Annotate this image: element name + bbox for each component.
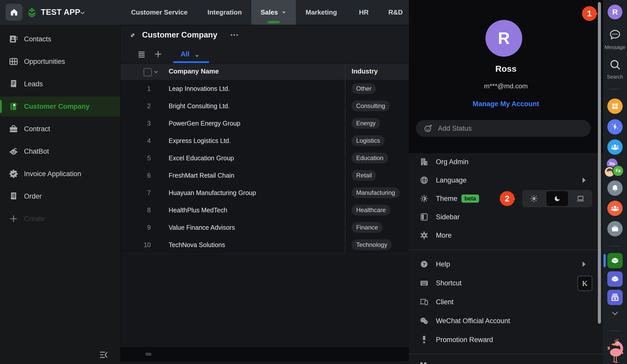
column-header-company-name[interactable]: Company Name bbox=[169, 67, 219, 75]
column-header-industry[interactable]: Industry bbox=[352, 67, 378, 75]
search-icon[interactable] bbox=[603, 58, 627, 71]
dock-app-green-brick[interactable] bbox=[603, 253, 627, 268]
flamingo-image[interactable] bbox=[603, 336, 627, 364]
company-name-cell[interactable]: Leap Innovations Ltd. bbox=[169, 80, 230, 97]
menu-item-help[interactable]: ? Help bbox=[409, 255, 603, 273]
row-number: 3 bbox=[136, 115, 151, 132]
dock-avatar-cluster[interactable]: Ro Fa bbox=[603, 158, 627, 178]
view-tab-all[interactable]: All bbox=[181, 50, 190, 58]
divider bbox=[409, 354, 603, 354]
industry-tag: Retail bbox=[352, 170, 376, 181]
tab-sales[interactable]: Sales bbox=[251, 0, 296, 25]
menu-item-shortcut[interactable]: Shortcut bbox=[409, 274, 603, 292]
sidebar-item-opportunities[interactable]: Opportunities bbox=[0, 52, 120, 71]
row-number: 8 bbox=[136, 201, 151, 219]
dock-app-automation[interactable] bbox=[603, 119, 627, 135]
tab-rd[interactable]: R&D bbox=[388, 0, 403, 25]
annotation-badge-2: 2 bbox=[500, 191, 515, 206]
submenu-arrow-icon bbox=[582, 177, 587, 183]
dock-avatar[interactable]: R bbox=[603, 5, 627, 19]
sidebar-item-label: Leads bbox=[24, 80, 43, 88]
avatar[interactable]: R bbox=[485, 20, 522, 57]
menu-item-promotion-reward[interactable]: Promotion Reward bbox=[409, 331, 603, 349]
company-name-cell[interactable]: Value Finance Advisors bbox=[169, 219, 235, 236]
dock-app-community[interactable] bbox=[603, 201, 627, 216]
badge-check-icon bbox=[9, 169, 18, 179]
menu-item-label: Client bbox=[436, 298, 454, 306]
keyboard-icon bbox=[420, 278, 429, 288]
company-name-cell[interactable]: TechNova Solutions bbox=[169, 236, 225, 253]
dock-app-purple-brick[interactable] bbox=[603, 271, 627, 287]
dock-app-workspace[interactable] bbox=[603, 221, 627, 236]
more-menu-icon[interactable] bbox=[230, 33, 239, 37]
company-name-cell[interactable]: Excel Education Group bbox=[169, 149, 234, 167]
panel-scrollbar[interactable] bbox=[598, 2, 601, 324]
menu-item-more[interactable]: More bbox=[409, 226, 603, 245]
company-name-cell[interactable]: Huayuan Manufacturing Group bbox=[169, 184, 256, 201]
sidebar-item-chatbot[interactable]: ChatBot bbox=[0, 141, 120, 161]
menu-item-label: More bbox=[436, 232, 452, 239]
sidebar-item-customer-company[interactable]: Customer Company bbox=[0, 96, 120, 116]
scrollbar-handle[interactable] bbox=[146, 353, 151, 354]
menu-item-label: Theme bbox=[436, 195, 457, 203]
collapse-sidebar-button[interactable] bbox=[99, 351, 111, 359]
tab-sales-label: Sales bbox=[261, 8, 278, 16]
home-button[interactable] bbox=[6, 4, 22, 21]
user-email: m***@md.com bbox=[409, 82, 603, 90]
page-title: Customer Company bbox=[142, 30, 217, 40]
dock-app-contacts-group[interactable] bbox=[603, 139, 627, 155]
sidebar-item-label: ChatBot bbox=[24, 148, 49, 155]
sidebar-item-contract[interactable]: Contract bbox=[0, 119, 120, 139]
company-book-icon bbox=[9, 102, 18, 111]
sidebar-item-contacts[interactable]: Contacts bbox=[0, 29, 120, 49]
theme-system-option[interactable] bbox=[570, 191, 591, 206]
add-record-icon[interactable] bbox=[154, 50, 162, 58]
dock-app-notifications[interactable] bbox=[603, 180, 627, 196]
row-number: 2 bbox=[136, 97, 151, 115]
row-number: 4 bbox=[136, 132, 151, 149]
menu-item-language[interactable]: Language bbox=[409, 171, 603, 189]
company-name-cell[interactable]: FreshMart Retail Chain bbox=[169, 167, 234, 184]
dock-app-expense[interactable] bbox=[603, 290, 627, 305]
divider bbox=[409, 249, 603, 250]
dock-app-grid[interactable] bbox=[603, 99, 627, 114]
tab-customer-service[interactable]: Customer Service bbox=[131, 0, 188, 25]
robot-icon bbox=[9, 147, 18, 156]
horizontal-scrollbar-track[interactable] bbox=[121, 347, 409, 361]
add-status-field[interactable]: Add Status bbox=[416, 120, 591, 137]
briefcase-icon bbox=[9, 124, 18, 134]
company-name-cell[interactable]: Express Logistics Ltd. bbox=[169, 132, 231, 149]
menu-item-wechat[interactable]: WeChat Official Account bbox=[409, 312, 603, 330]
tab-integration[interactable]: Integration bbox=[207, 0, 242, 25]
dock-chevron-down-icon[interactable] bbox=[603, 309, 627, 318]
menu-item-org-admin[interactable]: Org Admin bbox=[409, 153, 603, 171]
industry-tag: Healthcare bbox=[352, 205, 390, 215]
sidebar-item-leads[interactable]: Leads bbox=[0, 74, 120, 94]
industry-tag: Finance bbox=[352, 222, 382, 233]
theme-light-option[interactable] bbox=[523, 191, 545, 206]
app-name[interactable]: TEST APP bbox=[41, 8, 80, 17]
company-name-cell[interactable]: HealthPlus MedTech bbox=[169, 201, 227, 219]
company-name-cell[interactable]: Bright Consulting Ltd. bbox=[169, 97, 230, 115]
tab-hr[interactable]: HR bbox=[359, 0, 369, 25]
divider bbox=[609, 89, 621, 89]
expand-diagonal-icon[interactable] bbox=[129, 31, 136, 39]
messenger-icon[interactable] bbox=[603, 28, 627, 41]
theme-dark-option[interactable] bbox=[547, 191, 568, 206]
sidebar-item-invoice-application[interactable]: Invoice Application bbox=[0, 164, 120, 184]
view-tab-caret-icon[interactable] bbox=[194, 53, 200, 59]
select-all-checkbox[interactable] bbox=[144, 68, 152, 76]
app-switcher-caret-icon[interactable] bbox=[79, 10, 86, 16]
company-name-cell[interactable]: PowerGen Energy Group bbox=[169, 115, 240, 132]
theme-mode-toggle[interactable] bbox=[522, 190, 592, 207]
app-logo-icon bbox=[26, 7, 38, 18]
tab-marketing[interactable]: Marketing bbox=[306, 0, 337, 25]
menu-item-sidebar[interactable]: Sidebar bbox=[409, 208, 603, 226]
manage-account-link[interactable]: Manage My Account bbox=[409, 100, 603, 108]
sidebar-create-button[interactable]: Create bbox=[0, 209, 120, 229]
header-chevron-down-icon[interactable] bbox=[153, 69, 159, 75]
sidebar-item-order[interactable]: Order bbox=[0, 186, 120, 206]
view-list-icon[interactable] bbox=[137, 50, 146, 58]
search-label: Search bbox=[603, 74, 627, 80]
menu-item-client[interactable]: Client bbox=[409, 293, 603, 311]
